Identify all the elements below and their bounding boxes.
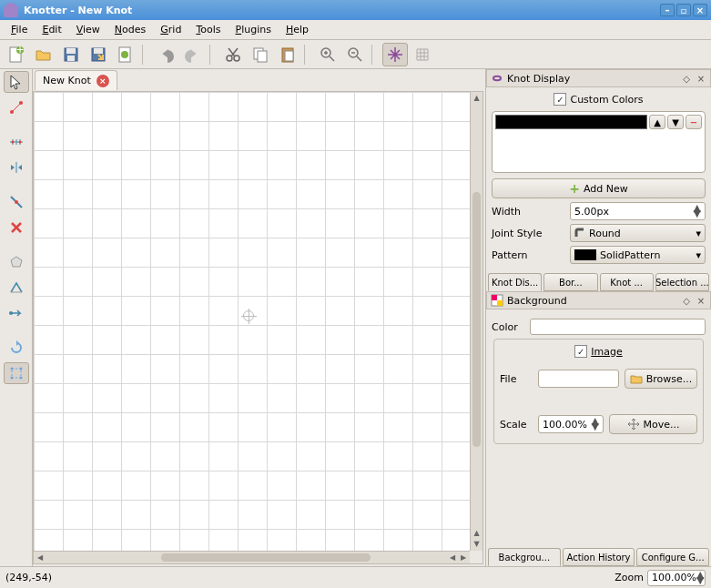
vscroll-thumb[interactable] (472, 192, 481, 447)
tab-selection[interactable]: Selection ... (655, 273, 709, 291)
panel-close-icon[interactable]: × (696, 73, 706, 84)
add-new-button[interactable]: + Add New (492, 178, 706, 198)
joint-label: Joint Style (492, 228, 564, 239)
menu-edit[interactable]: Edit (35, 22, 68, 37)
hmirror-tool[interactable] (4, 157, 29, 178)
undo-button[interactable] (153, 43, 178, 66)
panel-float-icon[interactable]: ◇ (681, 73, 692, 84)
scroll-down-icon[interactable]: ▲ (472, 529, 481, 538)
right-panel: Knot Display ◇ × ✓ Custom Colors ▲ ▼ − (485, 69, 711, 566)
save-as-button[interactable] (86, 43, 111, 66)
move-button[interactable]: Move... (609, 414, 697, 434)
tab-background[interactable]: Backgrou... (488, 548, 561, 566)
scroll-left-icon[interactable]: ◀ (36, 553, 45, 562)
remove-color-button[interactable]: − (686, 115, 702, 129)
tab-borders[interactable]: Bor... (543, 273, 597, 291)
scale-spinbox[interactable]: 100.00% ▲▼ (538, 415, 604, 433)
paste-button[interactable] (275, 43, 300, 66)
move-down-button[interactable]: ▼ (667, 115, 684, 129)
browse-label: Browse... (646, 373, 693, 385)
file-field[interactable] (538, 370, 619, 388)
export-button[interactable] (113, 43, 138, 66)
scroll-right2-icon[interactable]: ▶ (459, 553, 468, 562)
scroll-down2-icon[interactable]: ▼ (472, 540, 481, 549)
horizontal-scrollbar[interactable]: ◀ ◀ ▶ (34, 551, 470, 563)
copy-button[interactable] (248, 43, 273, 66)
hscroll-thumb[interactable] (161, 553, 371, 562)
app-icon (4, 3, 18, 17)
save-button[interactable] (58, 43, 84, 66)
move-up-button[interactable]: ▲ (649, 115, 665, 129)
menu-plugins[interactable]: Plugins (229, 22, 279, 37)
color-list[interactable]: ▲ ▼ − (492, 111, 706, 173)
new-button[interactable]: + (4, 43, 29, 66)
menu-nodes[interactable]: Nodes (107, 22, 153, 37)
tab-configure-grid[interactable]: Configure G... (636, 548, 709, 566)
edge-tool[interactable] (4, 96, 29, 118)
panel-tabs-2: Backgrou... Action History Configure G..… (486, 548, 711, 566)
tab-close-icon[interactable]: × (96, 75, 109, 87)
break-tool[interactable] (4, 191, 29, 213)
snap-toggle[interactable] (382, 43, 408, 66)
cut-button[interactable] (220, 43, 246, 66)
rotate-tool[interactable] (4, 337, 29, 359)
canvas[interactable] (34, 92, 470, 551)
color-swatch-0[interactable] (495, 115, 647, 129)
image-group: ✓ Image File Browse... Scale (493, 339, 704, 444)
delete-tool[interactable] (4, 217, 29, 238)
zoom-spinbox[interactable]: 100.00% ▲▼ (647, 570, 706, 586)
custom-colors-checkbox[interactable]: ✓ (554, 93, 566, 106)
minimize-button[interactable]: – (660, 4, 675, 16)
panel-float-icon[interactable]: ◇ (681, 295, 692, 306)
grid-toggle[interactable] (410, 43, 435, 66)
direction-tool[interactable] (4, 302, 29, 324)
grid-align-tool[interactable] (4, 131, 29, 153)
menu-help[interactable]: Help (279, 22, 316, 37)
panel-close-icon[interactable]: × (696, 295, 706, 306)
pattern-combo[interactable]: SolidPattern ▾ (570, 246, 706, 264)
zoom-in-button[interactable] (315, 43, 340, 66)
width-spinbox[interactable]: 5.00px ▲▼ (570, 202, 706, 220)
zoom-out-button[interactable] (342, 43, 368, 66)
scroll-up-icon[interactable]: ▲ (472, 94, 481, 103)
bg-color-field[interactable] (530, 319, 706, 335)
tab-new-knot[interactable]: New Knot × (35, 70, 117, 90)
vmirror-tool[interactable] (4, 277, 29, 299)
chevron-down-icon: ▾ (696, 249, 701, 261)
maximize-button[interactable]: ▫ (676, 4, 691, 16)
menu-view[interactable]: View (69, 22, 107, 37)
zoom-label: Zoom (615, 572, 644, 583)
tab-knot[interactable]: Knot ... (600, 273, 654, 291)
knot-display-title: Knot Display (507, 73, 677, 85)
tab-action-history[interactable]: Action History (563, 548, 635, 566)
menu-grid[interactable]: Grid (153, 22, 188, 37)
joint-combo[interactable]: Round ▾ (570, 224, 706, 242)
origin-crosshair (243, 310, 254, 321)
statusbar: (249,-54) Zoom 100.00% ▲▼ (0, 566, 711, 588)
plus-icon: + (569, 181, 580, 196)
scroll-right-icon[interactable]: ◀ (448, 553, 457, 562)
canvas-viewport[interactable]: ▲ ▲ ▼ ◀ ◀ ▶ (33, 91, 483, 564)
polygon-tool[interactable] (4, 251, 29, 273)
menu-file[interactable]: File (4, 22, 35, 37)
menu-tools[interactable]: Tools (188, 22, 228, 37)
browse-button[interactable]: Browse... (625, 369, 697, 389)
redo-button[interactable] (180, 43, 206, 66)
tab-knot-display[interactable]: Knot Dis... (488, 273, 542, 291)
pattern-label: Pattern (492, 249, 564, 261)
background-header[interactable]: Background ◇ × (486, 291, 711, 309)
titlebar[interactable]: Knotter - New Knot – ▫ × (0, 0, 711, 20)
image-checkbox[interactable]: ✓ (574, 345, 587, 358)
move-tool[interactable] (4, 362, 29, 384)
svg-point-25 (10, 368, 13, 370)
knot-display-header[interactable]: Knot Display ◇ × (486, 69, 711, 87)
document-tabs: New Knot × (33, 69, 485, 91)
svg-point-9 (121, 51, 128, 58)
select-tool[interactable] (4, 71, 29, 93)
joint-value: Round (589, 228, 621, 239)
svg-rect-30 (492, 295, 497, 300)
vertical-scrollbar[interactable]: ▲ ▲ ▼ (470, 92, 482, 551)
open-button[interactable] (31, 43, 56, 66)
close-button[interactable]: × (693, 4, 707, 16)
move-label: Move... (644, 419, 680, 431)
